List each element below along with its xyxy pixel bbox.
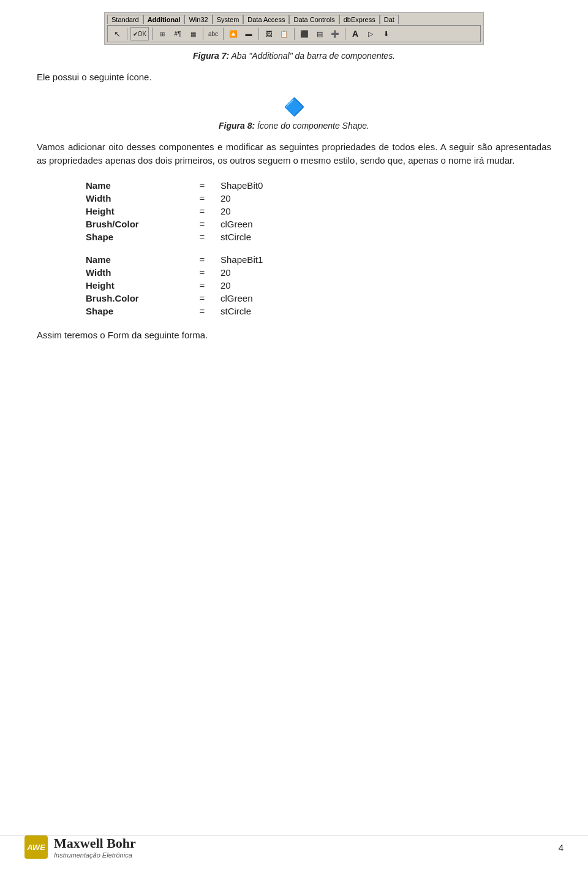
tab-dbexpress[interactable]: dbExpress — [339, 15, 380, 24]
prop-width-value: 20 — [221, 193, 231, 203]
text-ele-possui: Ele possui o seguinte ícone. — [37, 70, 551, 85]
prop1-shape-value: stCircle — [221, 306, 251, 316]
figure8-caption-bold: Figura 8: — [219, 121, 255, 131]
shape0-properties: Name = ShapeBit0 Width = 20 Height = 20 … — [86, 180, 551, 242]
tab-win32[interactable]: Win32 — [184, 15, 212, 24]
component-icon-13[interactable]: ▷ — [364, 27, 377, 40]
toolbar-tabs: Standard Additional Win32 System Data Ac… — [107, 15, 481, 24]
logo-text: Maxwell Bohr Instrumentação Eletrônica — [54, 835, 136, 859]
toolbar-image: Standard Additional Win32 System Data Ac… — [104, 12, 484, 45]
prop-shape-eq: = — [184, 232, 221, 242]
prop-name-label: Name — [86, 180, 184, 191]
prop1-height-eq: = — [184, 280, 221, 291]
page-content: Standard Additional Win32 System Data Ac… — [0, 0, 588, 400]
prop-shape-label: Shape — [86, 232, 184, 242]
prop-height-eq: = — [184, 206, 221, 216]
tab-additional[interactable]: Additional — [143, 15, 185, 24]
shape0-height-row: Height = 20 — [86, 206, 551, 216]
text-vamos-adicionar: Vamos adicionar oito desses componentes … — [37, 140, 551, 168]
prop-shape-value: stCircle — [221, 232, 251, 242]
tab-system[interactable]: System — [213, 15, 244, 24]
prop1-brushcolor-label: Brush.Color — [86, 293, 184, 303]
page-number: 4 — [559, 842, 564, 853]
component-icon-3[interactable]: ▦ — [186, 27, 200, 40]
figure7-caption-bold: Figura 7: — [193, 51, 229, 61]
component-icon-5[interactable]: 🔼 — [227, 27, 240, 40]
shape1-name-row: Name = ShapeBit1 — [86, 254, 551, 265]
shape1-brushcolor-row: Brush.Color = clGreen — [86, 293, 551, 303]
prop-width-eq: = — [184, 193, 221, 203]
shape0-brushcolor-row: Brush/Color = clGreen — [86, 219, 551, 229]
figure8-caption-text: Ícone do componente Shape. — [255, 121, 369, 131]
component-icon-8[interactable]: 📋 — [277, 27, 291, 40]
logo-main-text: Maxwell Bohr — [54, 835, 136, 851]
shape1-width-row: Width = 20 — [86, 267, 551, 278]
figure7-caption-text: Aba "Additional" da barra de componentes… — [229, 51, 395, 61]
component-icon-2[interactable]: #¶ — [171, 27, 184, 40]
tab-standard[interactable]: Standard — [107, 15, 143, 24]
prop1-width-value: 20 — [221, 267, 231, 278]
prop1-shape-eq: = — [184, 306, 221, 316]
logo-sub-text: Instrumentação Eletrônica — [54, 851, 136, 859]
separator — [127, 28, 127, 40]
component-icon-11[interactable]: ➕ — [328, 27, 342, 40]
tab-dat[interactable]: Dat — [380, 15, 399, 24]
prop1-width-label: Width — [86, 267, 184, 278]
prop1-name-eq: = — [184, 254, 221, 265]
separator4 — [223, 28, 224, 40]
separator5 — [258, 28, 259, 40]
text-assim-teremos: Assim teremos o Form da seguinte forma. — [37, 329, 551, 343]
prop1-height-label: Height — [86, 280, 184, 291]
toolbar-icons: ↖ ✔OK ⊞ #¶ ▦ abc 🔼 ▬ 🖼 📋 ⬛ ▤ — [107, 25, 481, 42]
prop-width-label: Width — [86, 193, 184, 203]
component-icon-12[interactable]: A — [349, 27, 362, 40]
shape0-width-row: Width = 20 — [86, 193, 551, 203]
figure7-caption: Figura 7: Aba "Additional" da barra de c… — [37, 51, 551, 61]
component-icon-1[interactable]: ⊞ — [156, 27, 169, 40]
shape0-shape-row: Shape = stCircle — [86, 232, 551, 242]
figure8-caption: Figura 8: Ícone do componente Shape. — [37, 121, 551, 131]
logo-badge: AWE — [24, 835, 48, 859]
component-icon-14[interactable]: ⬇ — [379, 27, 393, 40]
shape1-properties: Name = ShapeBit1 Width = 20 Height = 20 … — [86, 254, 551, 316]
shape-icon-container: 🔷 — [37, 97, 551, 117]
prop1-shape-label: Shape — [86, 306, 184, 316]
ok-icon[interactable]: ✔OK — [130, 27, 149, 40]
prop-name-eq: = — [184, 180, 221, 191]
component-icon-7[interactable]: 🖼 — [262, 27, 276, 40]
shape1-shape-row: Shape = stCircle — [86, 306, 551, 316]
shape0-name-row: Name = ShapeBit0 — [86, 180, 551, 191]
prop-name-value: ShapeBit0 — [221, 180, 263, 191]
prop1-height-value: 20 — [221, 280, 231, 291]
prop-brushcolor-label: Brush/Color — [86, 219, 184, 229]
arrow-icon[interactable]: ↖ — [110, 27, 124, 40]
prop-brushcolor-eq: = — [184, 219, 221, 229]
shape-component-icon: 🔷 — [284, 97, 305, 117]
separator2 — [152, 28, 153, 40]
prop-height-label: Height — [86, 206, 184, 216]
separator7 — [345, 28, 345, 40]
prop-brushcolor-value: clGreen — [221, 219, 253, 229]
prop1-name-label: Name — [86, 254, 184, 265]
prop1-brushcolor-value: clGreen — [221, 293, 253, 303]
component-icon-6[interactable]: ▬ — [242, 27, 255, 40]
tab-data-controls[interactable]: Data Controls — [289, 15, 339, 24]
separator6 — [294, 28, 295, 40]
shape1-height-row: Height = 20 — [86, 280, 551, 291]
prop1-name-value: ShapeBit1 — [221, 254, 263, 265]
prop1-brushcolor-eq: = — [184, 293, 221, 303]
footer-logo: AWE Maxwell Bohr Instrumentação Eletrôni… — [24, 835, 136, 859]
separator3 — [203, 28, 203, 40]
component-icon-10[interactable]: ▤ — [313, 27, 326, 40]
footer: AWE Maxwell Bohr Instrumentação Eletrôni… — [0, 835, 588, 859]
tab-data-access[interactable]: Data Access — [243, 15, 289, 24]
component-icon-9[interactable]: ⬛ — [298, 27, 311, 40]
prop1-width-eq: = — [184, 267, 221, 278]
toolbar-container: Standard Additional Win32 System Data Ac… — [37, 12, 551, 45]
prop-height-value: 20 — [221, 206, 231, 216]
component-icon-4[interactable]: abc — [206, 27, 220, 40]
